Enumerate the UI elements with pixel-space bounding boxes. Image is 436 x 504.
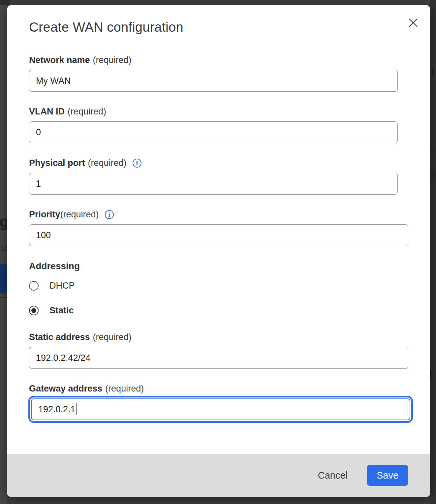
info-icon[interactable]: i: [105, 210, 114, 219]
background-divider: [432, 475, 432, 504]
gateway-address-label: Gateway address (required): [29, 384, 416, 394]
background-artifact: [430, 169, 436, 179]
network-name-input[interactable]: [29, 70, 398, 92]
close-icon: [408, 17, 419, 28]
field-vlan-id: VLAN ID (required): [29, 107, 416, 143]
network-name-label: Network name (required): [29, 55, 416, 65]
cancel-button[interactable]: Cancel: [318, 470, 348, 481]
obscured-text-fragment: u: [1, 242, 6, 253]
field-priority: Priority (required) i: [29, 209, 416, 246]
addressing-group: Addressing DHCP Static: [29, 261, 416, 316]
background-divider: [0, 297, 7, 298]
dialog-footer: Cancel Save: [7, 454, 430, 497]
create-wan-configuration-dialog: Create WAN configuration Network name (r…: [7, 5, 430, 497]
close-button[interactable]: [407, 16, 420, 29]
gateway-address-input[interactable]: 192.0.2.1: [31, 398, 410, 420]
background-divider: [430, 150, 436, 151]
obscured-blue-button: [0, 264, 7, 294]
field-gateway-address: Gateway address (required) 192.0.2.1: [29, 384, 416, 420]
physical-port-label: Physical port (required) i: [29, 158, 416, 168]
static-address-label: Static address (required): [29, 332, 416, 342]
priority-label: Priority (required) i: [29, 209, 416, 220]
radio-option-static[interactable]: Static: [29, 305, 416, 316]
radio-icon-dhcp[interactable]: [29, 281, 39, 291]
vlan-id-label: VLAN ID (required): [29, 107, 416, 117]
vlan-id-input[interactable]: [29, 121, 398, 143]
radio-option-dhcp[interactable]: DHCP: [29, 281, 416, 291]
field-static-address: Static address (required): [29, 332, 416, 369]
radio-icon-static-selected[interactable]: [29, 306, 39, 315]
dialog-title: Create WAN configuration: [29, 20, 416, 35]
text-cursor: [76, 403, 77, 415]
field-physical-port: Physical port (required) i: [29, 158, 416, 195]
addressing-heading: Addressing: [29, 261, 416, 271]
priority-input[interactable]: [29, 224, 408, 246]
background-artifact: [0, 0, 10, 5]
physical-port-input[interactable]: [29, 173, 398, 195]
static-address-input[interactable]: [29, 347, 408, 369]
field-network-name: Network name (required): [29, 55, 416, 92]
dialog-body: Create WAN configuration Network name (r…: [7, 5, 430, 454]
info-icon[interactable]: i: [133, 159, 141, 168]
gateway-address-value: 192.0.2.1: [38, 404, 76, 415]
save-button[interactable]: Save: [367, 465, 408, 486]
